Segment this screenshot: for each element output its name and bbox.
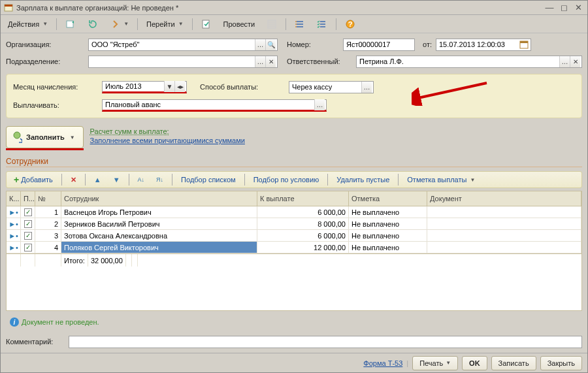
row-doc [427, 218, 581, 229]
delete-row-icon[interactable]: ✕ [66, 172, 81, 187]
number-label: Номер: [287, 41, 339, 48]
post-button[interactable]: Провести [219, 17, 260, 31]
dept-field[interactable]: … ✕ [88, 56, 278, 68]
grid-toolbar: +Добавить ✕ ▲ ▼ А↓ Я↓ Подбор списком Под… [6, 171, 582, 188]
row-doc [427, 242, 581, 253]
row-employee: Поляков Сергей Викторович [61, 242, 257, 253]
structure-icon-button[interactable] [262, 17, 282, 31]
total-amount: 32 000,00 [88, 254, 126, 267]
post-icon[interactable] [197, 17, 216, 31]
save-button[interactable]: Записать [491, 356, 536, 370]
chevron-down-icon[interactable]: ▼ [164, 81, 174, 92]
month-field[interactable]: Июль 2013 ▼ ◂▸ [102, 81, 187, 93]
table-row[interactable]: ►•✓4Поляков Сергей Викторович12 000,00Не… [7, 242, 581, 253]
row-mark: Не выплачено [349, 230, 427, 241]
col-mark[interactable]: Отметка [349, 191, 427, 206]
sort-asc-icon[interactable]: А↓ [133, 172, 150, 187]
org-field[interactable]: ООО "Ястреб" … 🔍 [88, 39, 278, 51]
paymethod-field[interactable]: Через кассу … [289, 81, 374, 93]
col-n[interactable]: № [35, 191, 61, 206]
print-button[interactable]: Печать▼ [412, 356, 458, 370]
close-button[interactable]: ✕ [572, 3, 585, 13]
row-checkbox[interactable]: ✓ [21, 242, 35, 253]
table-footer: Итого: 32 000,00 [7, 253, 581, 267]
form-t53-link[interactable]: Форма Т-53 [363, 359, 402, 367]
svg-point-5 [295, 21, 297, 22]
calendar-icon[interactable] [519, 39, 529, 50]
org-label: Организация: [6, 41, 84, 48]
number-field[interactable]: Яст00000017 [343, 39, 415, 51]
employees-section-title: Сотрудники [6, 157, 582, 167]
paytype-field[interactable]: Плановый аванс … [102, 99, 327, 112]
pick-cond-button[interactable]: Подбор по условию [249, 172, 324, 187]
date-field[interactable]: 15.07.2013 12:00:03 [436, 39, 531, 51]
row-doc [427, 230, 581, 241]
table-row[interactable]: ►•✓3Зотова Оксана Александровна6 000,00Н… [7, 230, 581, 242]
resp-field[interactable]: Петрина Л.Ф. … ✕ [356, 56, 582, 68]
row-mark: Не выплачено [349, 242, 427, 253]
fill-all-link[interactable]: Заполнение всеми причитающимися суммами [90, 137, 245, 144]
paymethod-label: Способ выплаты: [200, 83, 285, 91]
close-footer-button[interactable]: Закрыть [540, 356, 582, 370]
row-mark: Не выплачено [349, 218, 427, 229]
ellipsis-icon[interactable]: … [255, 39, 265, 50]
ellipsis-icon[interactable]: … [361, 82, 372, 93]
ellipsis-icon[interactable]: … [314, 99, 325, 110]
footer-bar: Форма Т-53 | Печать▼ OK Записать Закрыть [1, 353, 587, 372]
row-doc [427, 206, 581, 218]
mark-pay-button[interactable]: Отметка выплаты▼ [402, 172, 480, 187]
pick-list-button[interactable]: Подбор списком [176, 172, 240, 187]
move-down-icon[interactable]: ▼ [108, 172, 125, 187]
refresh-icon-button[interactable] [61, 17, 80, 31]
check-list-icon-button[interactable] [312, 17, 332, 31]
clear-icon[interactable]: ✕ [570, 56, 580, 67]
row-number: 4 [35, 242, 61, 253]
col-p[interactable]: П... [21, 191, 35, 206]
nav-icon-button[interactable]: ▼ [105, 17, 133, 31]
col-k[interactable]: К... [7, 191, 21, 206]
window-title: Зарплата к выплате организаций: Не прове… [16, 4, 542, 12]
help-icon-button[interactable]: ? [340, 17, 360, 31]
comment-field[interactable] [69, 336, 582, 348]
reread-icon-button[interactable] [83, 17, 103, 31]
list2-icon-button[interactable] [290, 17, 310, 31]
minimize-button[interactable]: — [543, 3, 556, 13]
goto-menu[interactable]: Перейти▼ [142, 17, 188, 31]
total-label: Итого: [61, 254, 88, 267]
maximize-button[interactable]: ◻ [557, 3, 570, 13]
row-checkbox[interactable]: ✓ [21, 230, 35, 241]
table-row[interactable]: ►•✓2Зерников Василий Петрович8 000,00Не … [7, 218, 581, 230]
add-row-button[interactable]: +Добавить [9, 172, 57, 187]
row-number: 2 [35, 218, 61, 229]
delete-empty-button[interactable]: Удалить пустые [332, 172, 394, 187]
fill-icon [12, 132, 22, 142]
sort-desc-icon[interactable]: Я↓ [152, 172, 168, 187]
row-checkbox[interactable]: ✓ [21, 218, 35, 229]
spinner-icon[interactable]: ◂▸ [174, 81, 185, 92]
row-checkbox[interactable]: ✓ [21, 206, 35, 218]
col-doc[interactable]: Документ [427, 191, 581, 206]
dept-label: Подразделение: [6, 57, 84, 65]
svg-point-6 [295, 24, 297, 25]
ellipsis-icon[interactable]: … [559, 56, 570, 67]
chevron-down-icon: ▼ [70, 135, 75, 140]
paytype-label: Выплачивать: [13, 101, 98, 109]
row-flag-icon: ►• [7, 206, 21, 218]
svg-point-7 [295, 26, 297, 27]
col-amount[interactable]: К выплате [257, 191, 349, 206]
col-employee[interactable]: Сотрудник [61, 191, 257, 206]
ellipsis-icon[interactable]: … [255, 56, 265, 67]
row-mark: Не выплачено [349, 206, 427, 218]
row-employee: Зотова Оксана Александровна [61, 230, 257, 241]
actions-menu[interactable]: Действия▼ [3, 17, 52, 31]
ok-button[interactable]: OK [462, 356, 487, 370]
calc-title-link[interactable]: Расчет сумм к выплате: [90, 127, 245, 135]
clear-icon[interactable]: ✕ [265, 56, 276, 67]
info-icon: i [10, 317, 19, 327]
table-row[interactable]: ►•✓1Васнецов Игорь Петрович6 000,00Не вы… [7, 206, 581, 218]
move-up-icon[interactable]: ▲ [90, 172, 106, 187]
row-amount: 12 000,00 [257, 242, 349, 253]
search-icon[interactable]: 🔍 [265, 39, 276, 50]
fill-button[interactable]: Заполнить ▼ [6, 126, 84, 148]
row-number: 1 [35, 206, 61, 218]
